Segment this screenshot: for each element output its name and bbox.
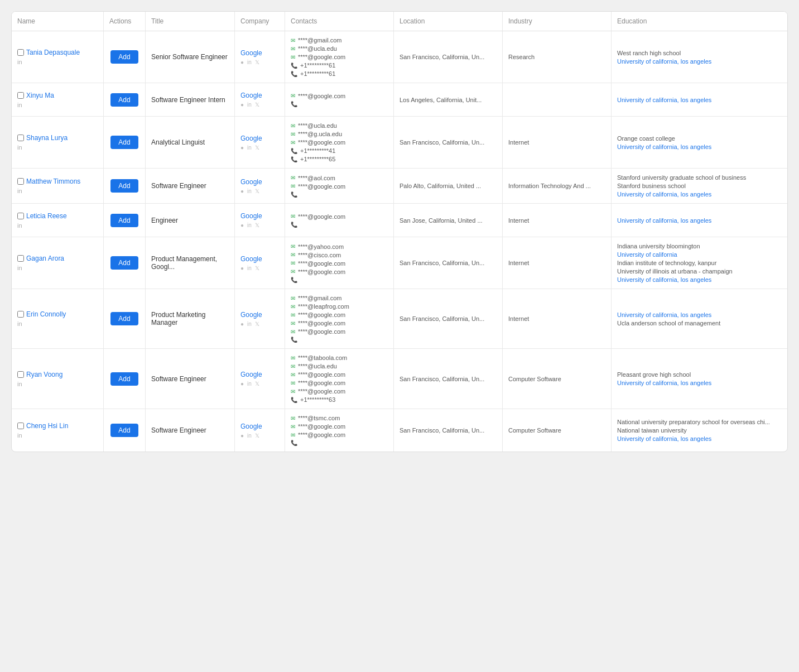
email-item: ✉ ****@leapfrog.com (291, 303, 388, 310)
email-text: ****@google.com (298, 93, 345, 99)
education-link[interactable]: University of california, los angeles (617, 435, 782, 442)
name-checkbox-wrapper: Shayna Lurya (17, 134, 98, 142)
company-cell: Google ● in 𝕏 (235, 204, 285, 237)
email-text: ****@google.com (298, 328, 345, 335)
linkedin-company-icon: in (247, 433, 252, 439)
row-checkbox[interactable] (17, 311, 24, 318)
company-social-icons: ● in 𝕏 (240, 321, 279, 327)
name-social-icons: in (17, 144, 98, 151)
company-link[interactable]: Google (240, 371, 279, 378)
header-name: Name (12, 12, 104, 31)
person-name-link[interactable]: Tania Depasquale (26, 49, 80, 56)
row-checkbox[interactable] (17, 178, 24, 185)
row-checkbox[interactable] (17, 135, 24, 141)
title-cell: Engineer (146, 204, 235, 237)
add-button[interactable]: Add (110, 136, 138, 149)
company-link[interactable]: Google (240, 255, 279, 263)
industry-text: Research (508, 54, 605, 60)
phone-placeholder: 📞 (291, 337, 388, 343)
education-cell: Stanford university graduate school of b… (612, 169, 787, 203)
person-name-link[interactable]: Erin Connolly (26, 310, 66, 318)
education-link[interactable]: University of california, los angeles (617, 97, 782, 103)
education-cell: University of california, los angeles (612, 83, 787, 116)
person-name-link[interactable]: Gagan Arora (26, 255, 64, 262)
education-link[interactable]: University of california (617, 251, 782, 258)
email-text: ****@ucla.edu (298, 363, 337, 369)
name-cell: Erin Connolly in (12, 289, 104, 348)
email-icon: ✉ (291, 432, 295, 438)
email-icon: ✉ (291, 243, 295, 249)
person-name-link[interactable]: Ryan Voong (26, 371, 62, 378)
add-button[interactable]: Add (110, 424, 138, 437)
company-cell: Google ● in 𝕏 (235, 117, 285, 168)
title-cell: Product Marketing Manager (146, 289, 235, 348)
person-name-link[interactable]: Matthew Timmons (26, 177, 80, 185)
company-cell: Google ● in 𝕏 (235, 169, 285, 203)
education-link[interactable]: University of california, los angeles (617, 276, 782, 283)
location-text: San Francisco, California, Un... (399, 260, 497, 266)
actions-cell: Add (104, 31, 146, 83)
linkedin-icon: in (17, 222, 22, 229)
email-text: ****@taboola.com (298, 354, 347, 361)
person-name-link[interactable]: Cheng Hsi Lin (26, 422, 68, 430)
title-text: Senior Software Engineer (151, 53, 229, 61)
actions-cell: Add (104, 204, 146, 237)
education-link[interactable]: University of california, los angeles (617, 217, 782, 224)
add-button[interactable]: Add (110, 312, 138, 325)
phone-placeholder-icon: 📞 (291, 440, 297, 446)
row-checkbox[interactable] (17, 49, 24, 56)
email-text: ****@google.com (298, 213, 345, 220)
education-link[interactable]: University of california, los angeles (617, 380, 782, 386)
location-cell: San Francisco, California, Un... (394, 117, 503, 168)
add-button[interactable]: Add (110, 93, 138, 107)
twitter-icon: 𝕏 (255, 222, 259, 228)
education-link[interactable]: University of california, los angeles (617, 143, 782, 150)
header-contacts: Contacts (285, 12, 394, 31)
email-icon: ✉ (291, 295, 295, 301)
person-name-link[interactable]: Shayna Lurya (26, 134, 68, 142)
company-link[interactable]: Google (240, 178, 279, 186)
company-link[interactable]: Google (240, 423, 279, 430)
company-link[interactable]: Google (240, 92, 279, 99)
company-link[interactable]: Google (240, 212, 279, 220)
title-cell: Software Engineer (146, 349, 235, 409)
industry-cell: Research (503, 31, 612, 83)
add-button[interactable]: Add (110, 50, 138, 64)
phone-item: 📞 +1*********63 (291, 396, 388, 403)
phone-icon: 📞 (291, 63, 297, 69)
add-button[interactable]: Add (110, 372, 138, 386)
add-button[interactable]: Add (110, 179, 138, 193)
row-checkbox[interactable] (17, 255, 24, 262)
linkedin-icon: in (17, 265, 22, 271)
add-button[interactable]: Add (110, 214, 138, 227)
email-icon: ✉ (291, 131, 295, 137)
education-link[interactable]: University of california, los angeles (617, 58, 782, 65)
education-link[interactable]: University of california, los angeles (617, 311, 782, 318)
row-checkbox[interactable] (17, 213, 24, 219)
company-link[interactable]: Google (240, 135, 279, 142)
add-button[interactable]: Add (110, 256, 138, 270)
name-social-icons: in (17, 265, 98, 271)
company-social-icons: ● in 𝕏 (240, 222, 279, 228)
company-link[interactable]: Google (240, 311, 279, 319)
person-name-link[interactable]: Leticia Reese (26, 212, 67, 220)
name-social-icons: in (17, 432, 98, 439)
name-cell: Cheng Hsi Lin in (12, 409, 104, 452)
row-checkbox[interactable] (17, 371, 24, 378)
row-checkbox[interactable] (17, 92, 24, 99)
email-item: ✉ ****@google.com (291, 371, 388, 378)
table-row: Ryan Voong in AddSoftware Engineer Googl… (12, 349, 787, 409)
actions-cell: Add (104, 289, 146, 348)
table-row: Shayna Lurya in AddAnalytical Linguist G… (12, 117, 787, 169)
education-link[interactable]: University of california, los angeles (617, 191, 782, 198)
actions-cell: Add (104, 169, 146, 203)
row-checkbox[interactable] (17, 423, 24, 429)
email-icon: ✉ (291, 320, 295, 327)
company-link[interactable]: Google (240, 49, 279, 57)
linkedin-company-icon: in (247, 222, 252, 228)
email-text: ****@google.com (298, 423, 345, 430)
twitter-icon: 𝕏 (255, 145, 259, 151)
person-name-link[interactable]: Xinyu Ma (26, 92, 54, 99)
company-cell: Google ● in 𝕏 (235, 409, 285, 452)
linkedin-company-icon: in (247, 102, 252, 108)
